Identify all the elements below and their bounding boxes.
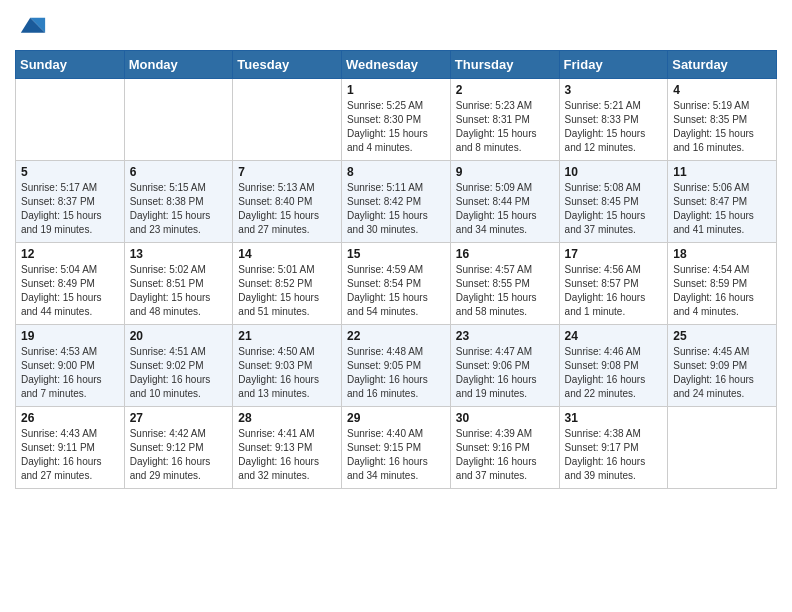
day-number: 31 <box>565 411 663 425</box>
calendar-cell: 7Sunrise: 5:13 AM Sunset: 8:40 PM Daylig… <box>233 161 342 243</box>
day-number: 6 <box>130 165 228 179</box>
day-number: 13 <box>130 247 228 261</box>
day-info: Sunrise: 4:54 AM Sunset: 8:59 PM Dayligh… <box>673 263 771 319</box>
day-info: Sunrise: 4:56 AM Sunset: 8:57 PM Dayligh… <box>565 263 663 319</box>
calendar-cell <box>233 79 342 161</box>
day-info: Sunrise: 4:47 AM Sunset: 9:06 PM Dayligh… <box>456 345 554 401</box>
calendar-week-row: 26Sunrise: 4:43 AM Sunset: 9:11 PM Dayli… <box>16 407 777 489</box>
day-number: 26 <box>21 411 119 425</box>
calendar-header-monday: Monday <box>124 51 233 79</box>
day-number: 23 <box>456 329 554 343</box>
day-info: Sunrise: 5:04 AM Sunset: 8:49 PM Dayligh… <box>21 263 119 319</box>
calendar-cell <box>668 407 777 489</box>
calendar-week-row: 1Sunrise: 5:25 AM Sunset: 8:30 PM Daylig… <box>16 79 777 161</box>
day-number: 20 <box>130 329 228 343</box>
day-info: Sunrise: 4:57 AM Sunset: 8:55 PM Dayligh… <box>456 263 554 319</box>
calendar-cell: 23Sunrise: 4:47 AM Sunset: 9:06 PM Dayli… <box>450 325 559 407</box>
calendar-week-row: 12Sunrise: 5:04 AM Sunset: 8:49 PM Dayli… <box>16 243 777 325</box>
calendar-table: SundayMondayTuesdayWednesdayThursdayFrid… <box>15 50 777 489</box>
day-info: Sunrise: 4:51 AM Sunset: 9:02 PM Dayligh… <box>130 345 228 401</box>
calendar-cell: 10Sunrise: 5:08 AM Sunset: 8:45 PM Dayli… <box>559 161 668 243</box>
day-info: Sunrise: 4:50 AM Sunset: 9:03 PM Dayligh… <box>238 345 336 401</box>
day-number: 18 <box>673 247 771 261</box>
calendar-header-sunday: Sunday <box>16 51 125 79</box>
day-info: Sunrise: 4:45 AM Sunset: 9:09 PM Dayligh… <box>673 345 771 401</box>
calendar-cell: 22Sunrise: 4:48 AM Sunset: 9:05 PM Dayli… <box>342 325 451 407</box>
calendar-cell: 30Sunrise: 4:39 AM Sunset: 9:16 PM Dayli… <box>450 407 559 489</box>
calendar-cell: 9Sunrise: 5:09 AM Sunset: 8:44 PM Daylig… <box>450 161 559 243</box>
day-info: Sunrise: 4:41 AM Sunset: 9:13 PM Dayligh… <box>238 427 336 483</box>
calendar-cell: 6Sunrise: 5:15 AM Sunset: 8:38 PM Daylig… <box>124 161 233 243</box>
day-info: Sunrise: 5:11 AM Sunset: 8:42 PM Dayligh… <box>347 181 445 237</box>
calendar-cell: 3Sunrise: 5:21 AM Sunset: 8:33 PM Daylig… <box>559 79 668 161</box>
calendar-cell: 5Sunrise: 5:17 AM Sunset: 8:37 PM Daylig… <box>16 161 125 243</box>
day-info: Sunrise: 5:21 AM Sunset: 8:33 PM Dayligh… <box>565 99 663 155</box>
day-info: Sunrise: 4:59 AM Sunset: 8:54 PM Dayligh… <box>347 263 445 319</box>
day-info: Sunrise: 5:01 AM Sunset: 8:52 PM Dayligh… <box>238 263 336 319</box>
day-number: 22 <box>347 329 445 343</box>
day-info: Sunrise: 5:13 AM Sunset: 8:40 PM Dayligh… <box>238 181 336 237</box>
day-number: 29 <box>347 411 445 425</box>
calendar-cell: 28Sunrise: 4:41 AM Sunset: 9:13 PM Dayli… <box>233 407 342 489</box>
day-number: 24 <box>565 329 663 343</box>
calendar-week-row: 19Sunrise: 4:53 AM Sunset: 9:00 PM Dayli… <box>16 325 777 407</box>
calendar-header-tuesday: Tuesday <box>233 51 342 79</box>
day-number: 11 <box>673 165 771 179</box>
calendar-cell: 15Sunrise: 4:59 AM Sunset: 8:54 PM Dayli… <box>342 243 451 325</box>
day-info: Sunrise: 5:08 AM Sunset: 8:45 PM Dayligh… <box>565 181 663 237</box>
day-number: 14 <box>238 247 336 261</box>
day-number: 7 <box>238 165 336 179</box>
day-number: 12 <box>21 247 119 261</box>
calendar-cell: 29Sunrise: 4:40 AM Sunset: 9:15 PM Dayli… <box>342 407 451 489</box>
day-info: Sunrise: 4:39 AM Sunset: 9:16 PM Dayligh… <box>456 427 554 483</box>
calendar-week-row: 5Sunrise: 5:17 AM Sunset: 8:37 PM Daylig… <box>16 161 777 243</box>
calendar-cell: 1Sunrise: 5:25 AM Sunset: 8:30 PM Daylig… <box>342 79 451 161</box>
day-info: Sunrise: 4:53 AM Sunset: 9:00 PM Dayligh… <box>21 345 119 401</box>
day-info: Sunrise: 5:17 AM Sunset: 8:37 PM Dayligh… <box>21 181 119 237</box>
logo-icon <box>19 14 47 42</box>
calendar-cell: 4Sunrise: 5:19 AM Sunset: 8:35 PM Daylig… <box>668 79 777 161</box>
calendar-header-thursday: Thursday <box>450 51 559 79</box>
calendar-cell: 18Sunrise: 4:54 AM Sunset: 8:59 PM Dayli… <box>668 243 777 325</box>
calendar-header-row: SundayMondayTuesdayWednesdayThursdayFrid… <box>16 51 777 79</box>
calendar-cell <box>16 79 125 161</box>
day-info: Sunrise: 4:40 AM Sunset: 9:15 PM Dayligh… <box>347 427 445 483</box>
day-info: Sunrise: 4:46 AM Sunset: 9:08 PM Dayligh… <box>565 345 663 401</box>
calendar-header-wednesday: Wednesday <box>342 51 451 79</box>
day-info: Sunrise: 4:43 AM Sunset: 9:11 PM Dayligh… <box>21 427 119 483</box>
day-info: Sunrise: 5:19 AM Sunset: 8:35 PM Dayligh… <box>673 99 771 155</box>
calendar-cell: 19Sunrise: 4:53 AM Sunset: 9:00 PM Dayli… <box>16 325 125 407</box>
day-number: 19 <box>21 329 119 343</box>
day-info: Sunrise: 5:09 AM Sunset: 8:44 PM Dayligh… <box>456 181 554 237</box>
day-number: 16 <box>456 247 554 261</box>
day-number: 27 <box>130 411 228 425</box>
calendar-cell: 26Sunrise: 4:43 AM Sunset: 9:11 PM Dayli… <box>16 407 125 489</box>
day-info: Sunrise: 4:42 AM Sunset: 9:12 PM Dayligh… <box>130 427 228 483</box>
day-number: 4 <box>673 83 771 97</box>
day-number: 8 <box>347 165 445 179</box>
day-number: 15 <box>347 247 445 261</box>
calendar-cell: 11Sunrise: 5:06 AM Sunset: 8:47 PM Dayli… <box>668 161 777 243</box>
day-number: 25 <box>673 329 771 343</box>
day-number: 3 <box>565 83 663 97</box>
day-info: Sunrise: 5:06 AM Sunset: 8:47 PM Dayligh… <box>673 181 771 237</box>
day-number: 5 <box>21 165 119 179</box>
day-info: Sunrise: 5:15 AM Sunset: 8:38 PM Dayligh… <box>130 181 228 237</box>
day-number: 21 <box>238 329 336 343</box>
calendar-cell <box>124 79 233 161</box>
calendar-cell: 21Sunrise: 4:50 AM Sunset: 9:03 PM Dayli… <box>233 325 342 407</box>
day-number: 10 <box>565 165 663 179</box>
calendar-header-saturday: Saturday <box>668 51 777 79</box>
day-info: Sunrise: 5:23 AM Sunset: 8:31 PM Dayligh… <box>456 99 554 155</box>
calendar-cell: 13Sunrise: 5:02 AM Sunset: 8:51 PM Dayli… <box>124 243 233 325</box>
day-number: 30 <box>456 411 554 425</box>
day-info: Sunrise: 5:02 AM Sunset: 8:51 PM Dayligh… <box>130 263 228 319</box>
calendar-cell: 24Sunrise: 4:46 AM Sunset: 9:08 PM Dayli… <box>559 325 668 407</box>
calendar-cell: 16Sunrise: 4:57 AM Sunset: 8:55 PM Dayli… <box>450 243 559 325</box>
day-number: 28 <box>238 411 336 425</box>
calendar-cell: 31Sunrise: 4:38 AM Sunset: 9:17 PM Dayli… <box>559 407 668 489</box>
page-header <box>15 10 777 42</box>
calendar-cell: 20Sunrise: 4:51 AM Sunset: 9:02 PM Dayli… <box>124 325 233 407</box>
day-number: 1 <box>347 83 445 97</box>
calendar-cell: 12Sunrise: 5:04 AM Sunset: 8:49 PM Dayli… <box>16 243 125 325</box>
